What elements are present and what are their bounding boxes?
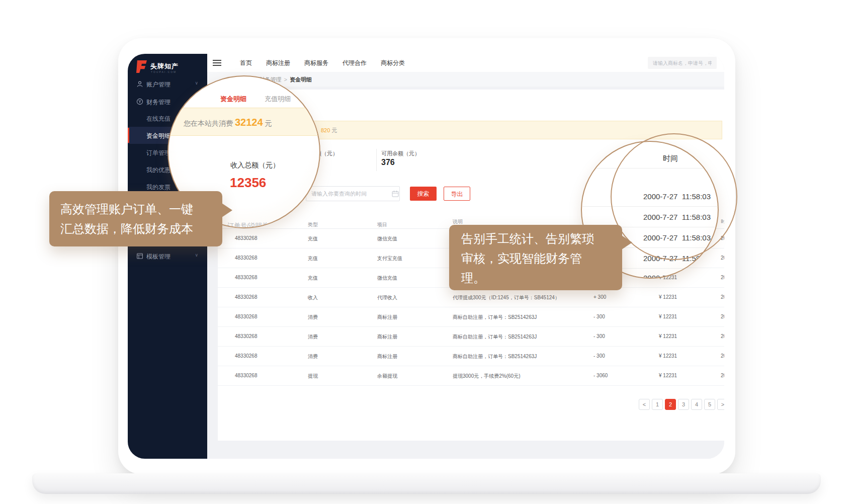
chevron-down-icon: ∨ [195, 80, 198, 86]
brand-tagline: TOUPAI.COM [151, 70, 177, 73]
tooltip-right: 告别手工统计、告别繁琐审核，实现智能财务管理。 [449, 225, 622, 290]
cell-order: 48330268 [235, 314, 258, 319]
menu-icon[interactable] [213, 60, 221, 66]
table-row: 48330268 消费 商标注册 商标自助注册，订单号：SB2514263J -… [218, 327, 724, 347]
lens-consumption-banner: 您在本站共消费 32124 元 [168, 108, 319, 136]
cell-order: 48330268 [235, 333, 258, 339]
template-icon [136, 253, 143, 260]
tooltip-line: 告别手工统计、告别繁琐 [461, 229, 622, 248]
sort-icon: ∨ [377, 221, 380, 226]
cell-project: 余额提现 [377, 373, 397, 380]
cell-desc: 商标自助注册，订单号：SB2514263J [453, 353, 537, 360]
lens-tab-funds-detail: 资金明细 [220, 95, 246, 104]
pagination-page-button[interactable]: 5 [704, 399, 715, 410]
cell-desc: 代理提成300元（ID:1245，订单号：SB45124） [453, 294, 560, 301]
user-icon [136, 80, 143, 88]
cell-type: 充值 [308, 275, 318, 282]
pagination-next-button[interactable]: > [717, 399, 724, 410]
cell-order: 48330268 [235, 373, 258, 378]
breadcrumb-bar: 个人中心>财务管理>资金明细 [207, 72, 724, 87]
cell-project: 商标注册 [377, 353, 397, 360]
top-navigation: 首页商标注册商标服务代理合作商标分类 [240, 54, 405, 72]
available-balance-label: 可用余额（元） [381, 150, 420, 157]
cell-amount: - 300 [593, 314, 605, 319]
lens-tab-recharge-detail: 充值明细 [265, 95, 291, 104]
topnav-item[interactable]: 代理合作 [343, 59, 367, 67]
cell-desc: 提现3000元，手续费2%(60元) [453, 373, 520, 380]
cell-order: 48330268 [235, 235, 258, 241]
tooltip-line: 审核，实现智能财务管 [461, 248, 622, 268]
cell-project: 微信充值 [377, 275, 397, 282]
cell-amount: - 300 [593, 353, 605, 359]
cell-type: 提现 [308, 373, 318, 380]
finance-icon [136, 98, 143, 105]
marketing-screenshot-stage: 头牌知产 TOUPAI.COM 账户管理 ∨ 财务管理 ∧ [0, 0, 853, 504]
table-row: 48330268 消费 商标注册 商标自助注册，订单号：SB2514263J -… [218, 307, 724, 327]
cell-type: 消费 [308, 314, 318, 321]
table-row: 48330268 提现 余额提现 提现3000元，手续费2%(60元) - 30… [218, 366, 724, 386]
search-button[interactable]: 搜索 [410, 187, 437, 201]
lens-income-value: 12356 [230, 175, 266, 191]
cell-type: 充值 [308, 235, 318, 242]
chevron-down-icon: ∨ [195, 253, 198, 258]
pagination-page-button[interactable]: 3 [678, 399, 689, 410]
cell-time: 2000-7-27 11:58:03 [721, 333, 724, 339]
lens-income-label: 收入总额（元） [230, 161, 280, 170]
topnav-item[interactable]: 商标注册 [266, 59, 290, 67]
cell-project: 代理收入 [377, 294, 397, 301]
cell-balance: ¥ 12231 [659, 314, 677, 319]
pagination-page-button[interactable]: 1 [652, 399, 663, 410]
export-button[interactable]: 导出 [444, 187, 470, 201]
calendar-icon [392, 190, 399, 197]
cell-time: 2000-7-27 11:58:03 [721, 353, 724, 359]
banner-unit: 元 [331, 127, 337, 133]
pagination-page-button[interactable]: 2 [665, 399, 676, 410]
breadcrumb-current: 资金明细 [290, 76, 312, 82]
cell-order: 48330268 [235, 353, 258, 359]
header-desc: 说明 [453, 218, 463, 225]
cell-desc: 商标自助注册，订单号：SB2514263J [453, 333, 537, 341]
cell-balance: ¥ 12231 [659, 294, 677, 300]
table-row: 48330268 收入 代理收入 代理提成300元（ID:1245，订单号：SB… [218, 288, 724, 307]
cell-amount: - 300 [593, 333, 605, 339]
tooltip-left: 高效管理账户订单、一键汇总数据，降低财务成本 [49, 191, 222, 246]
cell-order: 48330268 [235, 294, 258, 300]
cell-balance: ¥ 12231 [659, 373, 677, 378]
cell-project: 支付宝充值 [377, 255, 402, 262]
cell-order: 48330268 [235, 255, 258, 261]
topnav-item[interactable]: 商标分类 [381, 59, 405, 67]
brand-logo-icon [136, 60, 147, 73]
banner-saved-amount: 820 [321, 127, 330, 133]
pagination-page-button[interactable]: 4 [691, 399, 702, 410]
cell-type: 消费 [308, 333, 318, 341]
sort-icon: ∨ [308, 221, 311, 226]
cell-balance: ¥ 12231 [659, 333, 677, 339]
cell-balance: ¥ 12231 [659, 353, 677, 359]
cell-amount: + 300 [593, 294, 606, 300]
cell-order: 48330268 [235, 275, 258, 280]
cell-time: 2000-7-27 11:58:03 [721, 314, 724, 319]
tooltip-line: 汇总数据，降低财务成本 [60, 219, 222, 238]
sidebar-item-template[interactable]: 模板管理 ∨ [128, 249, 207, 263]
cell-time: 2000-7-27 11:58:03 [721, 373, 724, 378]
date-filter-input[interactable] [306, 186, 400, 201]
cell-project: 微信充值 [377, 235, 397, 242]
cell-project: 商标注册 [377, 314, 397, 321]
laptop-base [32, 473, 821, 494]
topnav-item[interactable]: 首页 [240, 59, 252, 67]
cell-type: 消费 [308, 353, 318, 360]
pagination-prev-button[interactable]: < [639, 399, 650, 410]
cell-type: 充值 [308, 255, 318, 262]
brand-name: 头牌知产 [150, 62, 179, 71]
trademark-search-input[interactable] [648, 57, 717, 69]
cell-desc: 商标自助注册，订单号：SB2514263J [453, 314, 537, 321]
sidebar-item-account[interactable]: 账户管理 ∨ [128, 77, 207, 91]
topnav-item[interactable]: 商标服务 [304, 59, 328, 67]
tooltip-line: 理。 [461, 268, 622, 288]
cell-time: 2000-7-27 11:58:03 [721, 294, 724, 300]
stat-divider [376, 149, 377, 171]
cell-type: 收入 [308, 294, 318, 301]
brand-logo[interactable]: 头牌知产 TOUPAI.COM [136, 58, 206, 78]
pagination: < 12345 > [639, 399, 724, 410]
cell-amount: - 3060 [593, 373, 608, 378]
